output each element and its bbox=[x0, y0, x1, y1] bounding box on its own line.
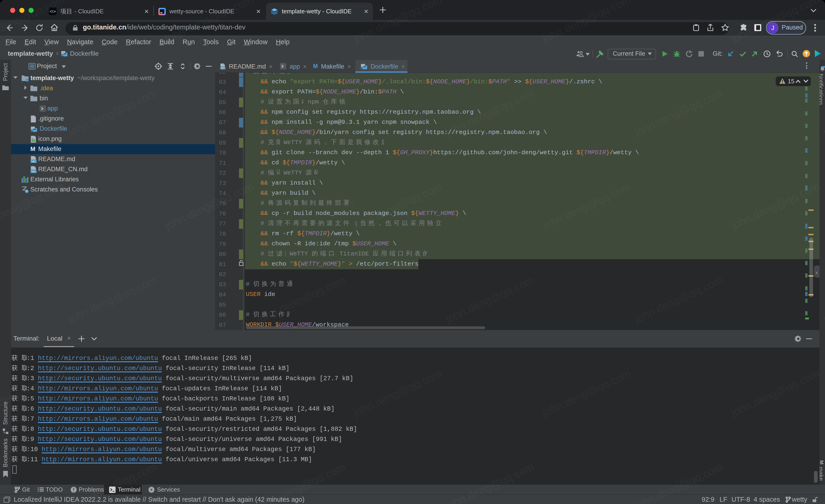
svg-text:MD: MD bbox=[31, 170, 36, 173]
svg-text:MD: MD bbox=[31, 160, 36, 163]
svg-text:MD: MD bbox=[221, 67, 225, 69]
